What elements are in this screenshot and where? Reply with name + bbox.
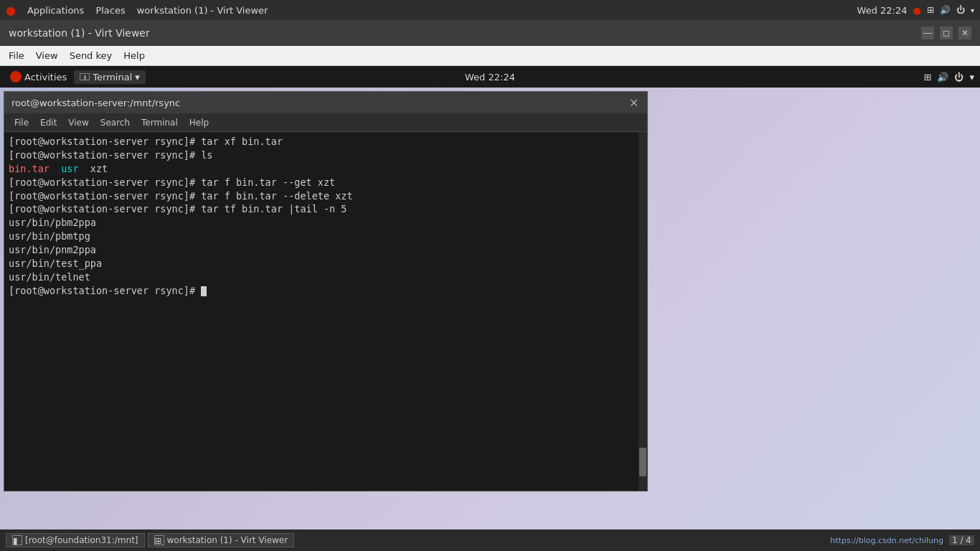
terminal-line-2: [root@workstation-server rsync]# ls: [9, 149, 643, 162]
terminal-dropdown-icon: ▾: [135, 72, 140, 83]
taskbar-terminal-label: [root@foundation31:/mnt]: [25, 535, 138, 545]
terminal-taskbar-item[interactable]: ▮ Terminal ▾: [74, 70, 145, 84]
terminal-close-button[interactable]: ✕: [627, 96, 640, 109]
guest-network-icon: ⊞: [924, 72, 932, 83]
terminal-badge-label: Terminal: [93, 72, 132, 83]
terminal-line-6: [root@workstation-server rsync]# tar tf …: [9, 202, 643, 216]
terminal-window: root@workstation-server:/mnt/rsync ✕ Fil…: [4, 91, 648, 491]
virt-titlebar-controls: — ◻ ✕: [921, 27, 971, 39]
virt-menu-sendkey[interactable]: Send key: [64, 49, 118, 62]
guest-desktop: 西部开源 Activities ▮ Terminal ▾ Wed 22:24 ⊞: [0, 66, 980, 551]
taskbar-virt-icon: ⊞: [154, 535, 164, 545]
taskbar-virt-label: workstation (1) - Virt Viewer: [167, 535, 288, 545]
window-title-topbar: workstation (1) - Virt Viewer: [137, 5, 268, 16]
terminal-line-prompt: [root@workstation-server rsync]#: [9, 284, 643, 298]
guest-topbar-right: ⊞ 🔊 ⏻ ▾: [924, 72, 974, 83]
terminal-menu-view[interactable]: View: [62, 116, 94, 129]
taskbar-url: https://blog.csdn.net/chilung: [830, 536, 943, 545]
terminal-line-7: usr/bin/pbm2ppa: [9, 216, 643, 230]
taskbar-terminal-icon: ▮: [12, 535, 22, 545]
guest-datetime: Wed 22:24: [465, 72, 515, 83]
terminal-titlebar: root@workstation-server:/mnt/rsync ✕: [4, 92, 647, 113]
guest-topbar-center: Wed 22:24: [465, 72, 515, 83]
terminal-line-5: [root@workstation-server rsync]# tar f b…: [9, 189, 643, 203]
terminal-menubar: File Edit View Search Terminal Help: [4, 113, 647, 132]
terminal-line-8: usr/bin/pbmtpg: [9, 230, 643, 243]
host-taskbar: ▮ [root@foundation31:/mnt] ⊞ workstation…: [0, 529, 980, 551]
restore-button[interactable]: ◻: [940, 27, 953, 39]
terminal-menu-help[interactable]: Help: [184, 116, 215, 129]
virt-menubar: File View Send key Help: [0, 46, 980, 66]
host-topbar: ● Applications Places workstation (1) - …: [0, 0, 980, 20]
terminal-title: root@workstation-server:/mnt/rsync: [11, 98, 180, 108]
network-icon: ⊞: [927, 5, 934, 15]
close-button[interactable]: ✕: [958, 27, 971, 39]
recording-indicator: ●: [913, 5, 921, 16]
activities-label: Activities: [24, 72, 67, 83]
taskbar-left: ▮ [root@foundation31:/mnt] ⊞ workstation…: [6, 533, 294, 547]
terminal-line-9: usr/bin/pnm2ppa: [9, 243, 643, 257]
guest-volume-icon: 🔊: [937, 72, 948, 83]
terminal-line-1: [root@workstation-server rsync]# tar xf …: [9, 135, 643, 149]
host-datetime: Wed 22:24: [857, 5, 908, 16]
volume-icon: 🔊: [940, 5, 951, 15]
virt-menu-view[interactable]: View: [30, 49, 64, 62]
virt-menu-help[interactable]: Help: [118, 49, 151, 62]
terminal-badge-icon: ▮: [80, 73, 90, 80]
terminal-line-3-ls: bin.tar usr xzt: [9, 162, 643, 176]
terminal-body[interactable]: [root@workstation-server rsync]# tar xf …: [4, 132, 647, 491]
host-topbar-left: ● Applications Places workstation (1) - …: [6, 4, 268, 17]
taskbar-item-terminal[interactable]: ▮ [root@foundation31:/mnt]: [6, 533, 145, 547]
guest-topbar: Activities ▮ Terminal ▾ Wed 22:24 ⊞ 🔊 ⏻ …: [0, 66, 980, 88]
host-topbar-right: Wed 22:24 ● ⊞ 🔊 ⏻ ▾: [857, 5, 974, 16]
terminal-menu-terminal[interactable]: Terminal: [136, 116, 184, 129]
places-menu[interactable]: Places: [95, 5, 125, 16]
minimize-button[interactable]: —: [921, 27, 934, 39]
guest-power-dropdown[interactable]: ▾: [969, 72, 974, 83]
guest-topbar-left: Activities ▮ Terminal ▾: [6, 70, 146, 84]
activities-button[interactable]: Activities: [6, 71, 71, 83]
dropdown-icon[interactable]: ▾: [971, 6, 974, 14]
virt-menu-file[interactable]: File: [3, 49, 30, 62]
virt-viewer-window: workstation (1) - Virt Viewer — ◻ ✕ File…: [0, 20, 980, 551]
virt-titlebar: workstation (1) - Virt Viewer — ◻ ✕: [0, 20, 980, 46]
guest-power-icon: ⏻: [954, 72, 963, 83]
terminal-line-10: usr/bin/test_ppa: [9, 257, 643, 270]
terminal-menu-edit[interactable]: Edit: [34, 116, 62, 129]
virt-window-title: workstation (1) - Virt Viewer: [9, 27, 150, 39]
taskbar-page: 1 / 4: [949, 535, 974, 545]
applications-menu[interactable]: Applications: [27, 5, 84, 16]
taskbar-item-virt[interactable]: ⊞ workstation (1) - Virt Viewer: [148, 533, 295, 547]
red-hat-icon: ●: [6, 4, 16, 17]
terminal-scrollbar-thumb[interactable]: [639, 448, 646, 476]
redhat-activities-icon: [10, 71, 22, 83]
taskbar-right: https://blog.csdn.net/chilung 1 / 4: [830, 535, 974, 545]
terminal-line-11: usr/bin/telnet: [9, 270, 643, 284]
terminal-menu-search[interactable]: Search: [95, 116, 136, 129]
terminal-menu-file[interactable]: File: [9, 116, 34, 129]
power-icon: ⏻: [956, 5, 965, 15]
terminal-line-4: [root@workstation-server rsync]# tar f b…: [9, 176, 643, 189]
terminal-scrollbar[interactable]: [639, 132, 647, 491]
